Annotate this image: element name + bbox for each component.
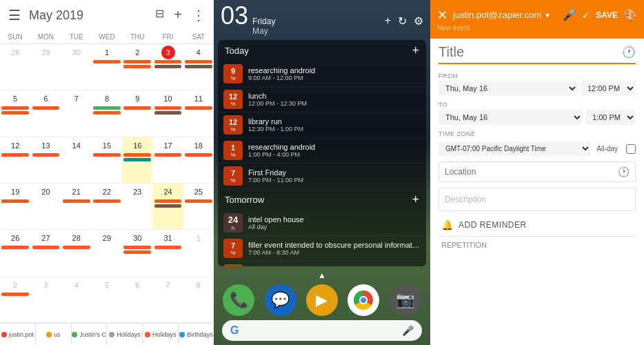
widget-add-icon[interactable]: + [385, 14, 391, 27]
widget-event-item[interactable]: 12% library run 12:30 PM - 1:00 PM [218, 112, 426, 138]
more-options-icon[interactable]: ⋮ [192, 7, 205, 23]
widget-event-item[interactable]: 7% filler event intended to obscure pers… [218, 236, 426, 262]
app-camera-icon[interactable]: 📷 [390, 284, 421, 316]
event-time: 12:00 PM - 12:30 PM [248, 100, 421, 107]
from-date-select[interactable]: Thu, May 16 [439, 81, 578, 96]
cal-day[interactable]: 18 [183, 137, 214, 183]
cal-day[interactable]: 4 [61, 277, 92, 322]
cal-day[interactable]: 25 [183, 184, 214, 229]
close-button[interactable]: ✕ [437, 8, 447, 23]
cal-day[interactable]: 30 [122, 230, 152, 275]
cal-day[interactable]: 6 [30, 90, 61, 136]
calendar-dow-row: SUN MON TUE WED THU FRI SAT [0, 30, 214, 44]
cal-day[interactable]: 2 [0, 277, 30, 322]
allday-checkbox[interactable] [626, 144, 636, 154]
cal-day[interactable]: 13 [30, 137, 61, 183]
cal-day[interactable]: 21 [61, 184, 92, 229]
today-section-header: Today + [218, 40, 426, 61]
widget-event-item[interactable]: 7% First Friday 7:00 PM - 11:00 PM [218, 164, 426, 189]
cal-day-today[interactable]: 3 [152, 44, 183, 90]
widget-event-item[interactable]: 12% lunch 12:00 PM - 12:30 PM [218, 87, 426, 112]
cal-day[interactable]: 10 [152, 90, 183, 136]
tomorrow-add-icon[interactable]: + [412, 193, 419, 207]
widget-event-item[interactable]: 9% researching android 9:00 AM - 12:00 P… [218, 61, 426, 87]
widget-event-item[interactable]: 1% researching android 1:00 PM - 4:00 PM [218, 138, 426, 164]
repetition-label: REPETITION [441, 241, 487, 249]
cal-day[interactable]: 6 [122, 277, 152, 322]
save-check-icon[interactable]: ✓ [582, 10, 590, 21]
cal-day[interactable]: 19 [0, 184, 30, 229]
cal-day[interactable]: 29 [30, 44, 61, 90]
cal-day[interactable]: 29 [92, 230, 122, 275]
footer-calendar-3[interactable]: Justin's C [72, 324, 108, 345]
phone-date-weekday: Friday [252, 17, 275, 26]
cal-week-4: 20 19 20 21 22 23 24 25 [0, 184, 214, 230]
voice-input-icon[interactable]: 🎤 [563, 8, 576, 21]
cal-day[interactable]: 20 [30, 184, 61, 229]
to-date-select[interactable]: Thu, May 16 [439, 110, 583, 125]
cal-day[interactable]: 31 [152, 230, 183, 275]
menu-icon[interactable]: ☰ [8, 7, 21, 23]
from-time-select[interactable]: 12:00 PM [581, 81, 636, 96]
app-messages-icon[interactable]: 💬 [265, 284, 296, 316]
cal-day[interactable]: 8 [183, 277, 214, 322]
sort-icon[interactable]: ⊟ [155, 7, 164, 23]
cal-day[interactable]: 22 [92, 184, 122, 229]
cal-day[interactable]: 28 [61, 230, 92, 275]
footer-calendar-5[interactable]: Holidays [143, 324, 179, 345]
cal-day[interactable]: 4 [183, 44, 214, 90]
cal-day[interactable]: 1 [92, 44, 122, 90]
footer-calendar-2[interactable]: us [36, 324, 72, 345]
app-plex-icon[interactable]: ▶ [306, 284, 338, 316]
footer-calendar-4[interactable]: Holidays [107, 324, 143, 345]
add-reminder-row[interactable]: 🔔 ADD REMINDER [439, 214, 636, 237]
event-time: 7:00 PM - 11:00 PM [248, 177, 421, 184]
cal-day-highlighted[interactable]: 16 [122, 137, 152, 183]
widget-event-item[interactable]: 8% more 8:45 AM - 9:15 AM [218, 262, 426, 266]
timezone-select[interactable]: GMT-07:00 Pacific Daylight Time [439, 141, 591, 156]
cal-day[interactable]: 9 [122, 90, 152, 136]
color-palette-icon[interactable]: 🎨 [623, 8, 637, 21]
cal-day[interactable]: 15 [92, 137, 122, 183]
cal-day[interactable]: 1 [183, 230, 214, 275]
cal-day[interactable]: 26 [0, 230, 30, 275]
cal-day[interactable]: 30 [61, 44, 92, 90]
cal-day[interactable]: 7 [152, 277, 183, 322]
footer-calendar-1[interactable]: justin.pot [0, 324, 36, 345]
cal-day[interactable]: 5 [0, 90, 30, 136]
widget-settings-icon[interactable]: ⚙ [414, 14, 423, 28]
event-editor-panel: ✕ justin.pot@zapier.com ▾ 🎤 ✓ SAVE 🎨 New… [430, 0, 644, 345]
add-event-icon[interactable]: + [174, 7, 182, 23]
widget-refresh-icon[interactable]: ↻ [398, 14, 407, 28]
event-title: researching android [248, 143, 421, 151]
widget-event-item[interactable]: 24h intel open house All day [218, 210, 426, 236]
cal-day[interactable]: 8 [92, 90, 122, 136]
google-mic-icon[interactable]: 🎤 [402, 325, 414, 336]
cal-day-highlighted[interactable]: 24 [152, 184, 183, 229]
account-chevron-icon[interactable]: ▾ [545, 10, 550, 20]
cal-day[interactable]: 12 [0, 137, 30, 183]
location-input[interactable] [445, 167, 618, 177]
footer-calendar-6[interactable]: Birthdays [179, 324, 214, 345]
save-button[interactable]: SAVE [596, 10, 618, 20]
cal-day[interactable]: 2 [122, 44, 152, 90]
cal-day[interactable]: 5 [92, 277, 122, 322]
description-row[interactable]: Description [439, 188, 636, 211]
today-add-icon[interactable]: + [412, 43, 419, 58]
cal-day[interactable]: 23 [122, 184, 152, 229]
cal-day[interactable]: 28 [0, 44, 30, 90]
app-phone-icon[interactable]: 📞 [223, 284, 254, 316]
cal-day[interactable]: 7 [61, 90, 92, 136]
phone-date-month: May [252, 26, 275, 36]
cal-day[interactable]: 14 [61, 137, 92, 183]
cal-day[interactable]: 3 [30, 277, 61, 322]
phone-dock: 📞 💬 ▶ 📷 G 🎤 [214, 282, 430, 345]
event-time: All day [248, 224, 421, 230]
app-chrome-icon[interactable] [348, 284, 379, 316]
to-time-select[interactable]: 1:00 PM [585, 110, 636, 125]
event-title-input[interactable] [439, 44, 622, 60]
cal-day[interactable]: 27 [30, 230, 61, 275]
cal-day[interactable]: 17 [152, 137, 183, 183]
google-search-bar[interactable]: G 🎤 [222, 320, 422, 341]
cal-day[interactable]: 11 [183, 90, 214, 136]
